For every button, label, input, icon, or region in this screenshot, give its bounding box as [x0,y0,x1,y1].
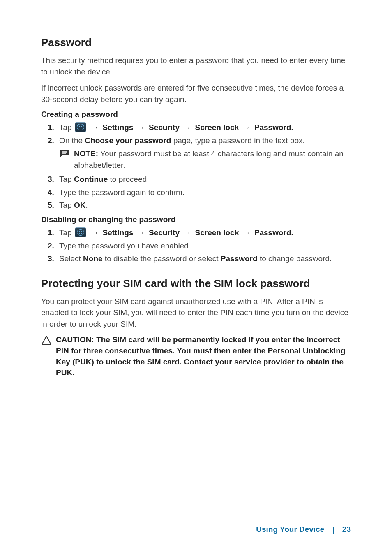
step-text: Tap [59,123,74,132]
step-3: 3. Select None to disable the password o… [53,253,351,265]
step-text: Tap [59,175,74,183]
steps-disable-password: 1. Tap → Settings → Security → Screen lo… [41,227,351,265]
step-number: 2. [48,240,54,252]
continue-label: Continue [74,175,108,183]
caution-icon [41,335,52,345]
heading-sim-lock: Protecting your SIM card with the SIM lo… [41,277,351,290]
subhead-creating-password: Creating a password [41,110,351,119]
arrow-icon: → [137,228,145,237]
step-text: . [85,201,88,209]
step-5: 5. Tap OK. [53,199,351,211]
step-number: 4. [48,186,54,198]
ok-label: OK [74,201,86,209]
footer-separator: | [332,525,334,534]
nav-screen-lock: Screen lock [195,123,239,132]
arrow-icon: → [243,123,251,132]
step-number: 1. [48,227,54,239]
step-number: 5. [48,199,54,211]
arrow-icon: → [183,228,191,237]
arrow-icon: → [91,123,99,132]
sim-intro: You can protect your SIM card against un… [41,296,351,330]
caution-text: CAUTION: The SIM card will be permanentl… [56,335,346,377]
arrow-icon: → [91,228,99,237]
subhead-disabling-password: Disabling or changing the password [41,215,351,224]
step-number: 1. [48,121,54,133]
note-icon [59,149,70,158]
steps-create-password: 1. Tap → Settings → Security → Screen lo… [41,121,351,211]
step-text: Select [59,254,83,263]
page-number: 23 [342,525,351,534]
nav-security: Security [149,123,180,132]
nav-password: Password [254,123,291,132]
step-number: 2. [48,135,54,146]
note-text: Your password must be at least 4 charact… [74,149,344,169]
intro-paragraph-2: If incorrect unlock passwords are entere… [41,82,351,105]
step-number: 3. [48,253,54,265]
step-2: 2. Type the password you have enabled. [53,240,351,252]
note-label: NOTE: [74,149,98,158]
apps-icon [75,122,86,132]
arrow-icon: → [183,123,191,132]
nav-security: Security [149,228,180,237]
caution-block: CAUTION: The SIM card will be permanentl… [41,334,351,378]
step-text: Type the password you have enabled. [59,241,191,250]
password-label: Password [221,254,258,263]
page-footer: Using Your Device | 23 [256,525,351,534]
step-number: 3. [48,173,54,185]
nav-password: Password [254,228,291,237]
arrow-icon: → [137,123,145,132]
step-3: 3. Tap Continue to proceed. [53,173,351,185]
svg-marker-0 [60,150,69,157]
step-text: Type the password again to confirm. [59,188,184,197]
nav-settings: Settings [102,228,133,237]
nav-settings: Settings [102,123,133,132]
nav-screen-lock: Screen lock [195,228,239,237]
note-block: NOTE: Your password must be at least 4 c… [59,148,351,171]
step-text: page, type a password in the text box. [171,136,304,145]
footer-section-label: Using Your Device [256,525,324,534]
intro-paragraph-1: This security method requires you to ent… [41,55,351,77]
step-text: to proceed. [108,175,149,183]
apps-icon [75,227,86,237]
arrow-icon: → [243,228,251,237]
step-text: On the [59,136,85,145]
none-label: None [83,254,103,263]
step-text: Tap [59,228,74,237]
choose-password-label: Choose your password [85,136,171,145]
step-2: 2. On the Choose your password page, typ… [53,135,351,171]
step-text: Tap [59,201,74,209]
step-1: 1. Tap → Settings → Security → Screen lo… [53,227,351,239]
svg-marker-1 [42,336,51,344]
page: Password This security method requires y… [0,0,392,557]
heading-password: Password [41,36,351,49]
step-text: to change password. [258,254,332,263]
step-1: 1. Tap → Settings → Security → Screen lo… [53,121,351,133]
step-text: to disable the password or select [103,254,221,263]
step-4: 4. Type the password again to confirm. [53,186,351,198]
